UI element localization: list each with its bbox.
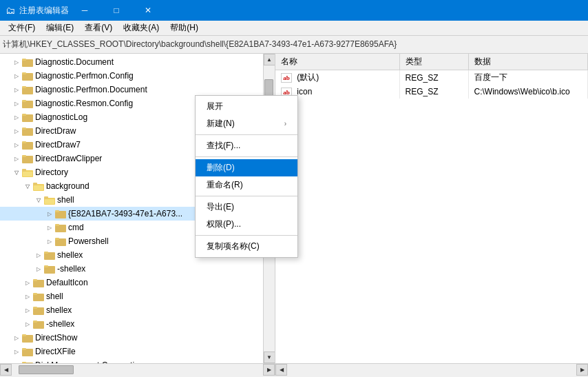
col-data-header[interactable]: 数据: [468, 54, 588, 70]
expand-diag-log[interactable]: ▷: [11, 112, 22, 123]
expand-minusshellex3[interactable]: ▷: [22, 318, 33, 329]
hscroll-right-btn[interactable]: ▶: [263, 364, 275, 376]
menu-edit[interactable]: 编辑(E): [41, 21, 79, 35]
tree-label: Diagnostic.Perfmon.Document: [35, 85, 147, 94]
hscroll-track[interactable]: [12, 364, 263, 376]
ctx-rename-label: 重命名(R): [207, 179, 243, 191]
tree-item-shell2[interactable]: ▷ shell: [0, 289, 275, 303]
tree-item-directshow[interactable]: ▷ DirectShow: [0, 331, 275, 345]
hscroll-right-right-btn[interactable]: ▶: [576, 364, 588, 376]
tree-label: shell: [57, 195, 74, 205]
expand-powershell[interactable]: ▷: [44, 236, 55, 247]
tree-label: -shellex: [46, 319, 74, 329]
ctx-find-label: 查找(F)...: [207, 140, 240, 152]
tree-label: DirectDraw7: [35, 140, 81, 150]
expand-directdrawclipper[interactable]: ▷: [11, 153, 22, 164]
folder-icon: [22, 112, 33, 122]
value-name: icon: [297, 87, 312, 96]
svg-rect-27: [55, 210, 59, 212]
expand-diag-res-cfg[interactable]: ▷: [11, 98, 22, 109]
title-bar-text: 注册表编辑器: [19, 5, 69, 17]
tree-item-diskmgmt[interactable]: ▷ DiskManagement.Connection: [0, 358, 275, 363]
scroll-down-btn[interactable]: ▼: [264, 351, 275, 363]
expand-minusshellex2[interactable]: ▷: [33, 263, 44, 274]
ctx-divider-3: [196, 196, 297, 196]
expand-diag-perf-doc[interactable]: ▷: [11, 84, 22, 95]
ctx-rename[interactable]: 重命名(R): [196, 176, 297, 194]
ctx-delete-label: 删除(D): [207, 162, 235, 174]
hscroll-right-track[interactable]: [287, 364, 576, 376]
folder-open-icon: [44, 195, 55, 205]
ctx-delete[interactable]: 删除(D): [196, 159, 297, 176]
tree-item-defaulticon[interactable]: ▷ DefaultIcon: [0, 276, 275, 289]
value-name-cell: ab (默认): [275, 70, 399, 85]
expand-cmd[interactable]: ▷: [44, 222, 55, 233]
svg-rect-31: [55, 238, 59, 240]
tree-label: shellex: [46, 305, 72, 315]
menu-help[interactable]: 帮助(H): [165, 21, 204, 35]
value-data-cell: 百度一下: [468, 70, 588, 85]
expand-directdraw[interactable]: ▷: [11, 125, 22, 136]
expand-background[interactable]: ▽: [22, 181, 33, 192]
minimize-button[interactable]: ─: [69, 0, 101, 21]
tree-hscroll[interactable]: ◀ ▶: [0, 364, 275, 375]
tree-item-shellex3[interactable]: ▷ shellex: [0, 303, 275, 317]
expand-directshow[interactable]: ▷: [11, 332, 22, 343]
folder-icon: [33, 278, 44, 287]
svg-rect-49: [22, 362, 26, 363]
expand-e82a[interactable]: ▷: [44, 208, 55, 219]
maximize-button[interactable]: □: [101, 0, 132, 21]
svg-rect-19: [23, 172, 32, 176]
table-row[interactable]: ab (默认) REG_SZ 百度一下: [275, 70, 588, 85]
expand-shellex2[interactable]: ▷: [33, 249, 44, 261]
col-type-header[interactable]: 类型: [399, 54, 468, 70]
tree-item-minusshellex2[interactable]: ▷ -shellex: [0, 262, 275, 276]
hscroll-thumb[interactable]: [19, 365, 74, 374]
right-hscroll[interactable]: ◀ ▶: [275, 364, 588, 375]
folder-icon: [44, 264, 55, 274]
tree-item-diag-perf-cfg[interactable]: ▷ Diagnostic.Perfmon.Config: [0, 69, 275, 83]
tree-item-minusshellex3[interactable]: ▷ -shellex: [0, 317, 275, 331]
tree-item-directxfile[interactable]: ▷ DirectXFile: [0, 345, 275, 358]
svg-rect-22: [34, 185, 43, 190]
folder-icon: [55, 223, 66, 232]
scroll-up-btn[interactable]: ▲: [264, 54, 275, 65]
expand-directxfile[interactable]: ▷: [11, 346, 22, 357]
tree-item-diag-doc[interactable]: ▷ Diagnostic.Document: [0, 55, 275, 69]
close-button[interactable]: ✕: [132, 0, 164, 21]
ctx-find[interactable]: 查找(F)...: [196, 137, 297, 154]
menu-favorites[interactable]: 收藏夹(A): [118, 21, 165, 35]
menu-view[interactable]: 查看(V): [79, 21, 118, 35]
folder-icon: [22, 85, 33, 94]
svg-rect-41: [33, 307, 37, 309]
tree-label: DiskManagement.Connection: [35, 360, 143, 363]
expand-diskmgmt[interactable]: ▷: [11, 360, 22, 363]
expand-diag-perf-cfg[interactable]: ▷: [11, 70, 22, 81]
tree-item-diag-perf-doc[interactable]: ▷ Diagnostic.Perfmon.Document: [0, 83, 275, 96]
tree-label: DirectDrawClipper: [35, 154, 102, 163]
ctx-export[interactable]: 导出(E): [196, 198, 297, 216]
expand-directory[interactable]: ▽: [11, 167, 22, 178]
menu-file[interactable]: 文件(F): [3, 21, 41, 35]
bottom-bar: ◀ ▶ ◀ ▶: [0, 363, 588, 375]
expand-defaulticon[interactable]: ▷: [22, 277, 33, 288]
expand-shellex3[interactable]: ▷: [22, 305, 33, 316]
hscroll-right-left-btn[interactable]: ◀: [275, 364, 287, 376]
tree-label: Diagnostic.Perfmon.Config: [35, 71, 134, 81]
address-bar: 计算机\HKEY_CLASSES_ROOT\Directory\backgrou…: [0, 36, 588, 54]
ctx-expand[interactable]: 展开: [196, 98, 297, 115]
ctx-permissions[interactable]: 权限(P)...: [196, 216, 297, 233]
svg-rect-45: [22, 334, 26, 336]
folder-icon: [22, 57, 33, 67]
table-row[interactable]: ab icon REG_SZ C:\Windows\Web\ico\b.ico: [275, 85, 588, 99]
ctx-copy-name[interactable]: 复制项名称(C): [196, 238, 297, 255]
expand-shell[interactable]: ▽: [33, 194, 44, 205]
expand-diag-doc[interactable]: ▷: [11, 57, 22, 68]
col-name-header[interactable]: 名称: [275, 54, 399, 70]
svg-rect-4: [22, 72, 26, 74]
expand-directdraw7[interactable]: ▷: [11, 139, 22, 150]
ctx-new[interactable]: 新建(N) ›: [196, 115, 297, 132]
svg-rect-14: [22, 141, 26, 143]
expand-shell2[interactable]: ▷: [22, 291, 33, 302]
hscroll-left-btn[interactable]: ◀: [0, 364, 12, 376]
